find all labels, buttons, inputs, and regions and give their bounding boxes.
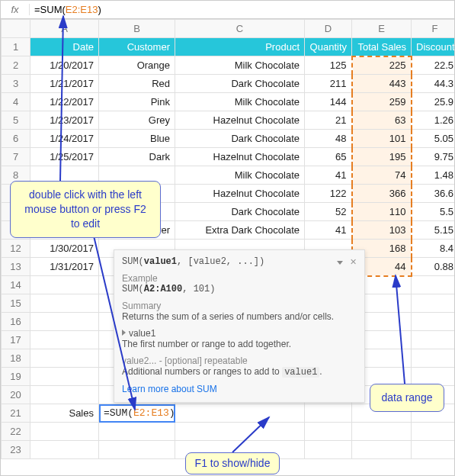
cell[interactable] (305, 423, 352, 441)
cell[interactable]: Red (99, 75, 175, 93)
cell[interactable]: 36.6 (412, 185, 456, 203)
cell[interactable]: 44.3 (412, 75, 456, 93)
cell[interactable]: 110 (352, 203, 412, 221)
cell[interactable]: 1/24/2017 (30, 130, 99, 148)
row-header[interactable]: 23 (2, 441, 30, 459)
active-formula-cell[interactable]: =SUM(E2:E13) (99, 404, 175, 423)
cell[interactable] (175, 423, 305, 441)
cell[interactable] (412, 423, 456, 441)
row-header[interactable]: 15 (2, 294, 30, 313)
col-header-D[interactable]: D (305, 20, 352, 38)
cell[interactable]: Dark Chocolate (175, 130, 305, 148)
cell[interactable]: 41 (305, 166, 352, 185)
row-header[interactable]: 1 (2, 38, 30, 56)
cell[interactable] (412, 349, 456, 368)
cell[interactable] (30, 386, 99, 404)
cell[interactable]: 122 (305, 185, 352, 203)
row-header[interactable]: 16 (2, 313, 30, 331)
cell[interactable] (352, 423, 412, 441)
cell[interactable]: 1/30/2017 (30, 240, 99, 258)
cell[interactable]: 52 (305, 203, 352, 221)
cell[interactable] (30, 368, 99, 386)
row-header[interactable]: 19 (2, 368, 30, 386)
row-header[interactable]: 20 (2, 386, 30, 404)
cell[interactable] (30, 276, 99, 294)
cell[interactable]: Discount (412, 38, 456, 56)
cell[interactable]: 0.88 (412, 258, 456, 276)
cell[interactable] (305, 441, 352, 459)
col-header-C[interactable]: C (175, 20, 305, 38)
cell[interactable]: Milk Chocolate (175, 166, 305, 185)
cell[interactable] (412, 441, 456, 459)
cell[interactable]: 195 (352, 148, 412, 166)
cell[interactable]: 25.9 (412, 93, 456, 111)
cell[interactable] (175, 404, 305, 423)
cell[interactable] (412, 368, 456, 386)
col-header-B[interactable]: B (99, 20, 175, 38)
cell[interactable]: 211 (305, 75, 352, 93)
corner-cell[interactable] (2, 20, 30, 38)
row-header[interactable]: 4 (2, 93, 30, 111)
cell[interactable]: Total Sales (352, 38, 412, 56)
cell[interactable] (412, 294, 456, 313)
cell[interactable]: 5.15 (412, 221, 456, 240)
cell[interactable] (30, 313, 99, 331)
cell[interactable]: 101 (352, 130, 412, 148)
row-header[interactable]: 17 (2, 331, 30, 349)
row-header[interactable]: 21 (2, 404, 30, 423)
cell[interactable] (30, 423, 99, 441)
cell[interactable]: 1.48 (412, 166, 456, 185)
cell[interactable]: 63 (352, 111, 412, 130)
cell-sales-label[interactable]: Sales (30, 404, 99, 423)
cell[interactable] (305, 404, 352, 423)
cell[interactable]: 41 (305, 221, 352, 240)
cell[interactable]: 259 (352, 93, 412, 111)
row-header[interactable]: 14 (2, 276, 30, 294)
cell[interactable]: 1/25/2017 (30, 148, 99, 166)
cell[interactable]: 9.75 (412, 148, 456, 166)
cell[interactable]: Blue (99, 130, 175, 148)
cell[interactable]: 1/22/2017 (30, 93, 99, 111)
cell[interactable]: 1.26 (412, 111, 456, 130)
row-header[interactable]: 22 (2, 423, 30, 441)
cell[interactable]: 8.4 (412, 240, 456, 258)
row-header[interactable]: 13 (2, 258, 30, 276)
row-header[interactable]: 2 (2, 56, 30, 75)
cell[interactable]: 65 (305, 148, 352, 166)
cell[interactable]: Pink (99, 93, 175, 111)
cell[interactable] (30, 349, 99, 368)
cell[interactable]: 5.5 (412, 203, 456, 221)
formula-input[interactable]: =SUM(E2:E13) (30, 4, 454, 15)
cell[interactable] (30, 331, 99, 349)
cell[interactable]: 103 (352, 221, 412, 240)
cell[interactable] (412, 313, 456, 331)
cell[interactable]: 366 (352, 185, 412, 203)
cell[interactable]: 1/23/2017 (30, 111, 99, 130)
cell[interactable] (30, 294, 99, 313)
cell[interactable]: 22.5 (412, 56, 456, 75)
cell[interactable]: 21 (305, 111, 352, 130)
cell[interactable]: Dark (99, 148, 175, 166)
cell[interactable]: Grey (99, 111, 175, 130)
row-header[interactable]: 7 (2, 148, 30, 166)
cell[interactable]: 1/21/2017 (30, 75, 99, 93)
collapse-icon[interactable] (337, 261, 343, 265)
row-header[interactable]: 5 (2, 111, 30, 130)
cell[interactable]: Hazelnut Chocolate (175, 148, 305, 166)
cell[interactable]: Dark Chocolate (175, 203, 305, 221)
cell[interactable]: Hazelnut Chocolate (175, 185, 305, 203)
cell[interactable]: Extra Dark Chocolate (175, 221, 305, 240)
close-icon[interactable]: ✕ (350, 257, 357, 266)
cell[interactable] (99, 441, 175, 459)
cell[interactable] (99, 423, 175, 441)
cell[interactable]: Customer (99, 38, 175, 56)
row-header[interactable]: 12 (2, 240, 30, 258)
cell[interactable]: 225 (352, 56, 412, 75)
cell[interactable] (30, 441, 99, 459)
row-header[interactable]: 6 (2, 130, 30, 148)
cell[interactable]: 74 (352, 166, 412, 185)
cell[interactable]: Hazelnut Chocolate (175, 111, 305, 130)
cell[interactable]: 5.05 (412, 130, 456, 148)
cell[interactable] (352, 441, 412, 459)
cell[interactable]: 48 (305, 130, 352, 148)
